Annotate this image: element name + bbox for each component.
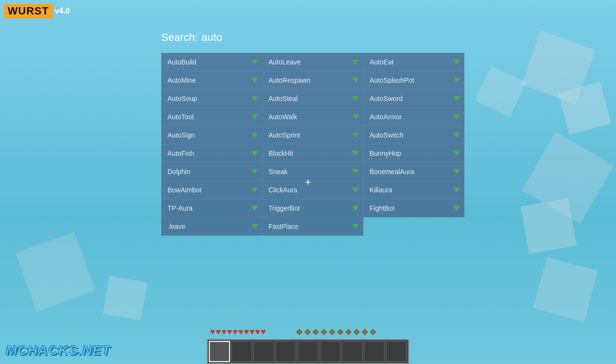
- module-btn-autotool[interactable]: AutoTool: [161, 108, 262, 126]
- module-name-autotool: AutoTool: [167, 113, 247, 121]
- module-btn-tp-aura[interactable]: TP-Aura: [161, 199, 262, 217]
- module-name-autosteal: AutoSteal: [269, 95, 348, 102]
- module-name-.leave: .leave: [167, 223, 247, 230]
- hotbar-slot-4[interactable]: [275, 341, 296, 362]
- module-btn-autoarmor[interactable]: AutoArmor: [363, 108, 464, 126]
- module-name-autosoup: AutoSoup: [167, 95, 247, 102]
- food-7: ❖: [345, 327, 352, 338]
- module-btn-sneak[interactable]: Sneak: [262, 163, 363, 181]
- module-btn-fightbot[interactable]: FightBot: [363, 199, 464, 217]
- search-value[interactable]: auto: [202, 31, 222, 44]
- hotbar-slot-5[interactable]: [297, 341, 319, 362]
- chevron-down-icon: [352, 206, 359, 211]
- chevron-down-icon: [453, 151, 460, 156]
- logo-version: v4.0: [55, 7, 70, 15]
- module-btn-autorespawn[interactable]: AutoRespawn: [262, 71, 363, 89]
- heart-2: ♥: [216, 327, 221, 338]
- heart-7: ♥: [244, 327, 249, 338]
- module-name-fightbot: FightBot: [370, 204, 449, 212]
- food-9: ❖: [361, 327, 369, 338]
- module-name-sneak: Sneak: [269, 168, 348, 176]
- module-btn-automine[interactable]: AutoMine: [161, 71, 262, 89]
- chevron-down-icon: [352, 114, 359, 119]
- heart-4: ♥: [227, 327, 232, 338]
- module-btn-autosign[interactable]: AutoSign: [161, 126, 262, 144]
- hud-bottom: ♥ ♥ ♥ ♥ ♥ ♥ ♥ ♥ ♥ ♥ ❖ ❖ ❖ ❖ ❖ ❖ ❖ ❖ ❖ ❖: [212, 327, 404, 364]
- module-name-bunnyhop: BunnyHop: [370, 150, 449, 157]
- heart-3: ♥: [221, 327, 227, 338]
- module-name-killaura: Killaura: [370, 186, 449, 194]
- module-btn-autosteal[interactable]: AutoSteal: [262, 89, 363, 108]
- chevron-down-icon: [453, 206, 460, 211]
- module-name-autoarmor: AutoArmor: [370, 113, 449, 121]
- module-btn-.leave[interactable]: .leave: [161, 217, 262, 236]
- module-name-tp-aura: TP-Aura: [167, 204, 247, 212]
- module-btn-bowaimbot[interactable]: BowAimbot: [161, 181, 262, 199]
- heart-8: ♥: [249, 327, 255, 338]
- module-name-autosplashpot: AutoSplashPot: [370, 76, 449, 84]
- chevron-down-icon: [453, 133, 460, 138]
- module-btn-autosword[interactable]: AutoSword: [363, 89, 464, 108]
- search-bar: Search: auto: [161, 31, 222, 44]
- module-grid: AutoBuildAutoLeaveAutoEatAutoMineAutoRes…: [161, 53, 464, 236]
- food-3: ❖: [312, 327, 320, 338]
- chevron-down-icon: [352, 224, 359, 229]
- chevron-down-icon: [352, 78, 359, 83]
- chevron-down-icon: [453, 78, 460, 83]
- chevron-down-icon: [352, 96, 359, 101]
- module-name-autosign: AutoSign: [167, 131, 247, 139]
- hotbar-slot-9[interactable]: [386, 341, 407, 362]
- heart-6: ♥: [238, 327, 244, 338]
- heart-1: ♥: [210, 327, 216, 338]
- module-btn-fastplace[interactable]: FastPlace: [262, 217, 363, 236]
- chevron-down-icon: [251, 169, 258, 174]
- module-btn-autosplashpot[interactable]: AutoSplashPot: [363, 71, 464, 89]
- hotbar-slot-1[interactable]: [209, 341, 230, 362]
- module-btn-autosprint[interactable]: AutoSprint: [262, 126, 363, 144]
- module-btn-autoswitch[interactable]: AutoSwitch: [363, 126, 464, 144]
- food-1: ❖: [295, 327, 303, 338]
- chevron-down-icon: [453, 96, 460, 101]
- hotbar-slot-6[interactable]: [320, 341, 341, 362]
- food-10: ❖: [369, 327, 377, 338]
- chevron-down-icon: [352, 60, 359, 64]
- chevron-down-icon: [251, 78, 258, 83]
- module-name-automine: AutoMine: [167, 76, 247, 84]
- module-name-autowalk: AutoWalk: [269, 113, 348, 121]
- module-btn-autofish[interactable]: AutoFish: [161, 144, 262, 163]
- food-8: ❖: [353, 327, 360, 338]
- module-btn-autoleave[interactable]: AutoLeave: [262, 53, 363, 71]
- module-btn-autoeat[interactable]: AutoEat: [363, 53, 464, 71]
- module-name-blockhit: BlockHit: [269, 150, 348, 157]
- hotbar-slot-7[interactable]: [342, 341, 363, 362]
- chevron-down-icon: [251, 60, 258, 64]
- hotbar-slot-2[interactable]: [231, 341, 252, 362]
- module-name-clickaura: ClickAura: [269, 186, 348, 194]
- chevron-down-icon: [251, 133, 258, 138]
- chevron-down-icon: [453, 114, 460, 119]
- module-name-autoleave: AutoLeave: [269, 58, 348, 66]
- chevron-down-icon: [453, 169, 460, 174]
- module-name-fastplace: FastPlace: [269, 223, 348, 230]
- module-btn-blockhit[interactable]: BlockHit: [262, 144, 363, 163]
- module-btn-dolphin[interactable]: Dolphin: [161, 163, 262, 181]
- module-name-autosword: AutoSword: [370, 95, 449, 102]
- chevron-down-icon: [251, 96, 258, 101]
- chevron-down-icon: [251, 206, 258, 211]
- chevron-down-icon: [352, 169, 359, 174]
- module-btn-killaura[interactable]: Killaura: [363, 181, 464, 199]
- hotbar-slot-8[interactable]: [364, 341, 385, 362]
- module-btn-triggerbot[interactable]: TriggerBot: [262, 199, 363, 217]
- module-name-triggerbot: TriggerBot: [269, 204, 348, 212]
- module-btn-clickaura[interactable]: ClickAura: [262, 181, 363, 199]
- module-btn-bunnyhop[interactable]: BunnyHop: [363, 144, 464, 163]
- heart-5: ♥: [232, 327, 238, 338]
- chevron-down-icon: [251, 151, 258, 156]
- module-btn-autobuild[interactable]: AutoBuild: [161, 53, 262, 71]
- module-name-dolphin: Dolphin: [167, 168, 247, 176]
- module-btn-autowalk[interactable]: AutoWalk: [262, 108, 363, 126]
- module-name-autorespawn: AutoRespawn: [269, 76, 348, 84]
- module-btn-bonemealaura[interactable]: BonemealAura: [363, 163, 464, 181]
- hotbar-slot-3[interactable]: [253, 341, 274, 362]
- module-btn-autosoup[interactable]: AutoSoup: [161, 89, 262, 108]
